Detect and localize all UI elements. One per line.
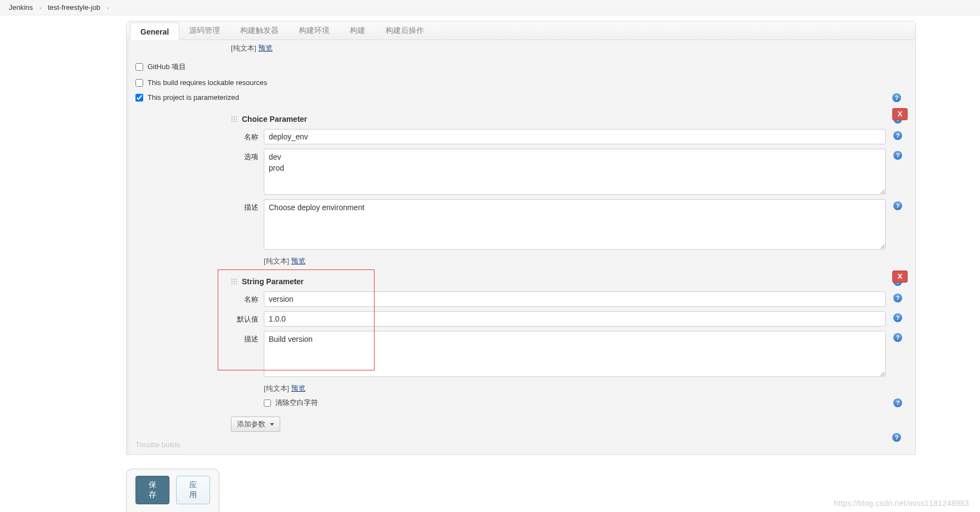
string-name-input[interactable] <box>264 291 886 307</box>
plain-text-label: [纯文本] <box>264 384 289 392</box>
lockable-checkbox[interactable] <box>135 79 143 87</box>
choice-options-textarea[interactable]: dev prod <box>264 149 886 195</box>
add-parameter-dropdown[interactable]: 添加参数 <box>231 417 280 432</box>
choice-options-row: 选项 dev prod ? <box>231 149 908 195</box>
parameterized-row: This project is parameterized ? <box>129 90 915 105</box>
string-default-input[interactable] <box>264 311 886 327</box>
tab-general[interactable]: General <box>130 22 179 40</box>
breadcrumb-job[interactable]: test-freestyle-job <box>48 3 100 12</box>
parameterized-label: This project is parameterized <box>148 93 239 102</box>
choice-parameter-title: Choice Parameter <box>242 115 307 123</box>
string-default-label: 默认值 <box>231 311 264 324</box>
github-project-checkbox[interactable] <box>135 63 143 71</box>
throttle-builds-hint: Throttle builds <box>129 437 915 449</box>
github-project-label: GitHub 项目 <box>148 62 186 72</box>
drag-handle-icon[interactable] <box>231 116 237 122</box>
breadcrumb-root[interactable]: Jenkins <box>9 3 33 12</box>
choice-name-input[interactable] <box>264 129 886 144</box>
drag-handle-icon[interactable] <box>231 278 237 285</box>
trim-checkbox[interactable] <box>264 400 271 407</box>
add-parameter-bar: 添加参数 <box>231 417 908 432</box>
tab-env[interactable]: 构建环境 <box>289 21 340 40</box>
config-content: [纯文本] 预览 GitHub 项目 This build requires l… <box>127 40 915 454</box>
help-icon[interactable]: ? <box>893 201 902 210</box>
string-parameter-header: String Parameter ? <box>231 274 908 291</box>
choice-options-label: 选项 <box>231 149 264 162</box>
help-icon[interactable]: ? <box>893 398 902 407</box>
trim-row: 清除空白字符 ? <box>264 395 908 411</box>
plain-text-label: [纯文本] <box>264 257 289 265</box>
help-icon[interactable]: ? <box>893 313 902 322</box>
breadcrumb-sep: › <box>107 4 109 11</box>
string-default-row: 默认值 ? <box>231 311 908 327</box>
string-preview-row: [纯文本] 预览 <box>264 381 908 395</box>
delete-string-button[interactable]: X <box>892 271 908 283</box>
choice-desc-row: 描述 Choose deploy environment ? <box>231 199 908 250</box>
string-name-row: 名称 ? <box>231 291 908 307</box>
tab-postbuild[interactable]: 构建后操作 <box>376 21 434 40</box>
choice-preview-row: [纯文本] 预览 <box>264 254 908 267</box>
plain-text-label: [纯文本] <box>231 44 256 52</box>
choice-parameter-header: Choice Parameter ? <box>231 111 908 129</box>
string-parameter-block: X String Parameter ? 名称 ? 默认值 ? 描述 Build… <box>231 274 908 411</box>
parameterized-checkbox[interactable] <box>135 94 143 102</box>
preview-link[interactable]: 预览 <box>258 44 273 52</box>
tab-triggers[interactable]: 构建触发器 <box>230 21 289 40</box>
choice-parameter-block: X Choice Parameter ? 名称 ? 选项 dev prod ? … <box>231 111 908 267</box>
lockable-label: This build requires lockable resources <box>148 78 267 87</box>
lockable-row: This build requires lockable resources <box>129 75 915 90</box>
string-parameter-title: String Parameter <box>242 277 304 286</box>
config-tabs: General 源码管理 构建触发器 构建环境 构建 构建后操作 <box>127 21 915 40</box>
add-parameter-label: 添加参数 <box>237 419 265 429</box>
trim-label: 清除空白字符 <box>275 398 318 408</box>
github-project-row: GitHub 项目 <box>129 59 915 75</box>
breadcrumb-sep: › <box>39 4 42 11</box>
preview-link[interactable]: 预览 <box>291 384 305 392</box>
tab-build[interactable]: 构建 <box>340 21 376 40</box>
help-icon[interactable]: ? <box>892 93 901 102</box>
help-icon[interactable]: ? <box>893 294 902 302</box>
choice-name-label: 名称 <box>231 129 264 142</box>
config-page: General 源码管理 构建触发器 构建环境 构建 构建后操作 [纯文本] 预… <box>126 21 916 455</box>
chevron-down-icon <box>270 423 274 426</box>
string-desc-row: 描述 Build version ? <box>231 331 908 377</box>
choice-desc-textarea[interactable]: Choose deploy environment <box>264 199 886 250</box>
string-name-label: 名称 <box>231 291 264 305</box>
string-desc-label: 描述 <box>231 331 264 344</box>
choice-name-row: 名称 ? <box>231 129 908 144</box>
tab-scm[interactable]: 源码管理 <box>179 21 230 40</box>
breadcrumb: Jenkins › test-freestyle-job › <box>0 0 980 15</box>
string-desc-textarea[interactable]: Build version <box>264 331 886 377</box>
preview-link[interactable]: 预览 <box>291 257 305 265</box>
delete-choice-button[interactable]: X <box>892 108 908 120</box>
help-icon[interactable]: ? <box>893 333 902 342</box>
help-icon[interactable]: ? <box>893 131 902 140</box>
help-icon[interactable]: ? <box>893 151 902 160</box>
description-preview-row: [纯文本] 预览 <box>129 40 915 59</box>
choice-desc-label: 描述 <box>231 199 264 212</box>
